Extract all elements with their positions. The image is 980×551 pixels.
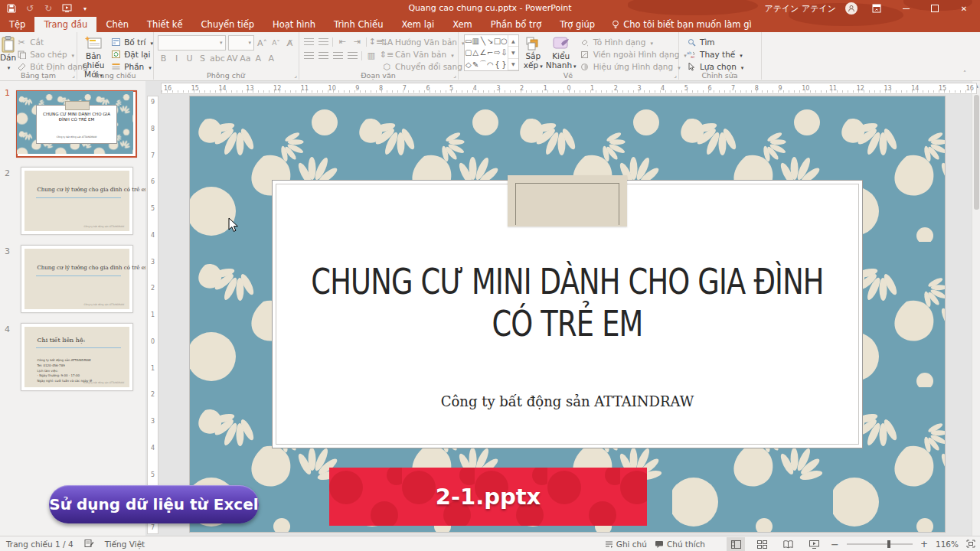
- reset-button[interactable]: Đặt lại: [110, 48, 153, 60]
- shape-icon[interactable]: □: [494, 35, 501, 47]
- shape-fill-button[interactable]: Tô Hình dạng: [580, 36, 687, 48]
- shape-icon[interactable]: ⇨: [494, 47, 501, 58]
- ruler-number: 12: [273, 85, 281, 92]
- notes-toggle[interactable]: Ghi chú: [605, 540, 647, 549]
- decrease-font-icon[interactable]: A˅: [270, 36, 282, 50]
- bullets-icon[interactable]: [303, 37, 314, 47]
- restore-button[interactable]: [925, 0, 945, 17]
- tab-file[interactable]: Tệp: [0, 17, 34, 32]
- font-format-button[interactable]: U: [184, 51, 195, 65]
- tab-home[interactable]: Trang đầu: [34, 17, 96, 32]
- paste-button[interactable]: Dán: [0, 32, 16, 73]
- shape-icon[interactable]: ○: [501, 35, 508, 47]
- minimize-button[interactable]: [896, 0, 916, 17]
- font-format-button[interactable]: B: [158, 51, 169, 65]
- font-format-button[interactable]: A: [253, 51, 264, 65]
- slide-thumbnail-1[interactable]: CHUNG CƯ MINI DÀNH CHO GIA ĐÌNH CÓ TRẺ E…: [16, 90, 137, 158]
- font-name-combo[interactable]: [158, 35, 226, 51]
- font-format-button[interactable]: S: [197, 51, 208, 65]
- ruler-number: 8: [151, 126, 155, 132]
- layout-button[interactable]: Bố trí: [110, 36, 153, 48]
- font-size-combo[interactable]: [228, 35, 254, 51]
- tab-animations[interactable]: Hoạt hình: [263, 17, 325, 32]
- ribbon-display-options-icon[interactable]: [867, 0, 887, 17]
- shape-icon[interactable]: ◇: [465, 59, 472, 70]
- justify-icon[interactable]: [347, 51, 358, 60]
- tab-transitions[interactable]: Chuyển tiếp: [192, 17, 264, 32]
- numbering-icon[interactable]: [318, 37, 328, 47]
- font-format-button[interactable]: A: [266, 51, 277, 65]
- shape-icon[interactable]: ⌒: [479, 59, 487, 70]
- comments-toggle[interactable]: Chú thích: [655, 540, 705, 549]
- font-format-button[interactable]: Aa: [240, 51, 251, 65]
- align-center-icon[interactable]: [318, 51, 328, 60]
- shape-icon[interactable]: ◠: [487, 59, 494, 70]
- shape-icon[interactable]: ╲: [479, 35, 487, 47]
- reading-view-button[interactable]: [779, 537, 797, 551]
- slide-title[interactable]: CHUNG CƯ MINI DÀNH CHO GIA ĐÌNH CÓ TRẺ E…: [298, 261, 837, 345]
- tab-help[interactable]: Trợ giúp: [550, 17, 604, 32]
- find-button[interactable]: Tìm: [686, 36, 761, 48]
- vertical-scrollbar[interactable]: ▲: [972, 81, 980, 536]
- font-format-button[interactable]: I: [171, 51, 182, 65]
- slide-subtitle[interactable]: Công ty bất động sản ATTAINDRAW: [190, 393, 945, 409]
- align-right-icon[interactable]: [332, 51, 343, 60]
- zoom-level[interactable]: 116%: [936, 540, 959, 549]
- slide-sorter-view-button[interactable]: [753, 537, 771, 551]
- fit-to-window-icon[interactable]: [966, 540, 975, 549]
- shape-icon[interactable]: ▭: [465, 35, 472, 47]
- clear-formatting-icon[interactable]: A̸: [284, 36, 296, 50]
- shapes-gallery[interactable]: ▭▥╲↘□○▢△∠⌐⇨⇩◇✎⌒◠{} ▲▼▼: [464, 34, 519, 71]
- slide-thumbnail-4[interactable]: Chi tiết liên hệ: Công ty bất động sản A…: [21, 323, 133, 391]
- avatar[interactable]: [845, 2, 858, 15]
- tab-design[interactable]: Thiết kế: [138, 17, 191, 32]
- slide-thumbnail-2[interactable]: Chung cư lý tưởng cho gia đình có trẻ em…: [21, 167, 133, 235]
- collapse-ribbon-icon[interactable]: ˄: [963, 70, 966, 77]
- shape-icon[interactable]: ⌐: [487, 47, 494, 58]
- shape-icon[interactable]: }: [501, 59, 508, 70]
- comments-icon: [655, 540, 664, 549]
- font-dialog-launcher[interactable]: [294, 72, 297, 79]
- tellme-box[interactable]: Cho tôi biết bạn muốn làm gì: [604, 17, 760, 32]
- shape-outline-button[interactable]: Viền ngoài Hình dạng: [580, 48, 687, 60]
- shape-icon[interactable]: △: [472, 47, 479, 58]
- shape-icon[interactable]: ✎: [472, 59, 479, 70]
- scrollbar-thumb[interactable]: [974, 95, 979, 210]
- shape-icon[interactable]: {: [494, 59, 501, 70]
- tab-addins[interactable]: Phần bổ trợ: [482, 17, 550, 32]
- font-format-button[interactable]: abc: [210, 51, 225, 65]
- ruler-number: 5: [151, 471, 155, 478]
- slide-thumbnail-3[interactable]: Chung cư lý tưởng cho gia đình có trẻ em…: [21, 245, 133, 313]
- tab-view[interactable]: Xem: [443, 17, 482, 32]
- shape-icon[interactable]: ⇩: [501, 47, 508, 58]
- replace-button[interactable]: abacThay thế: [686, 48, 761, 60]
- arrange-button[interactable]: Sắp xếp: [524, 32, 543, 70]
- tab-insert[interactable]: Chèn: [96, 17, 138, 32]
- shape-icon[interactable]: ↘: [487, 35, 494, 47]
- drawing-dialog-launcher[interactable]: [674, 72, 677, 79]
- font-format-button[interactable]: AV: [227, 51, 238, 65]
- shapes-gallery-scroll[interactable]: ▲▼▼: [508, 35, 518, 70]
- decrease-indent-icon[interactable]: ⇤: [337, 37, 348, 47]
- spell-check-icon[interactable]: [84, 539, 94, 549]
- tab-review[interactable]: Xem lại: [392, 17, 443, 32]
- zoom-out-button[interactable]: −: [831, 539, 839, 550]
- paragraph-dialog-launcher[interactable]: [453, 72, 456, 79]
- columns-icon[interactable]: ▥: [366, 51, 377, 60]
- zoom-in-button[interactable]: +: [920, 539, 928, 549]
- increase-font-icon[interactable]: A˄: [256, 36, 268, 50]
- close-button[interactable]: [954, 0, 974, 17]
- increase-indent-icon[interactable]: ⇥: [351, 37, 362, 47]
- shape-icon[interactable]: ▢: [465, 47, 472, 58]
- normal-view-button[interactable]: [727, 537, 745, 551]
- zoom-slider[interactable]: [847, 543, 913, 545]
- shape-icon[interactable]: ∠: [479, 47, 487, 58]
- shape-icon[interactable]: ▥: [472, 35, 479, 47]
- quick-styles-button[interactable]: Kiểu Nhanh: [547, 32, 575, 70]
- slideshow-view-button[interactable]: [805, 537, 823, 551]
- zoom-slider-thumb[interactable]: [887, 540, 890, 548]
- language-indicator[interactable]: Tiếng Việt: [105, 540, 145, 549]
- align-left-icon[interactable]: [303, 51, 314, 60]
- tab-slideshow[interactable]: Trình Chiếu: [325, 17, 392, 32]
- clipboard-dialog-launcher[interactable]: [72, 72, 75, 79]
